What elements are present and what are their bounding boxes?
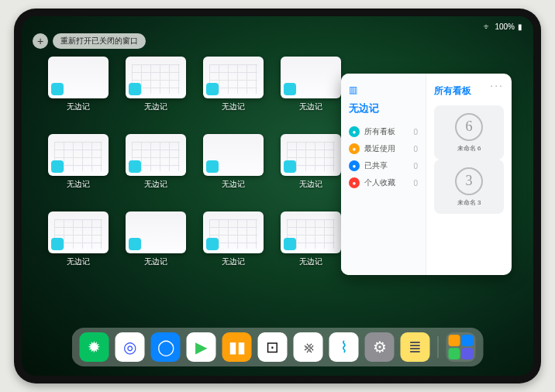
settings-icon[interactable]: ⚙ (365, 332, 395, 362)
sidebar-item-label: 已共享 (364, 160, 388, 171)
sidebar-item[interactable]: ●最近使用0 (349, 140, 418, 157)
window-thumbnail[interactable]: ~无边记 (126, 57, 186, 117)
window-label: 无边记 (222, 256, 245, 267)
board-card[interactable]: 3未命名 3 (434, 160, 504, 214)
window-label: 无边记 (144, 101, 167, 112)
board-label: 未命名 3 (457, 198, 481, 207)
sidebar-item-label: 个人收藏 (364, 177, 395, 188)
window-thumbnail[interactable]: ~无边记 (126, 134, 186, 194)
freeform-app-icon: ~ (53, 162, 62, 171)
dock-separator (438, 336, 439, 358)
board-preview: 3 (455, 167, 483, 195)
window-thumbnail[interactable]: ~无边记 (281, 57, 341, 117)
wechat-icon[interactable]: ✹ (80, 332, 109, 362)
window-preview: ~ (203, 211, 264, 253)
screen: ᯤ 100% ▮ + 重新打开已关闭的窗口 ~无边记~无边记~无边记~无边记~无… (22, 16, 533, 376)
window-label: 无边记 (67, 256, 90, 267)
reopen-label: 重新打开已关闭的窗口 (60, 36, 138, 46)
sidebar-item-count: 0 (413, 145, 418, 153)
freeform-app-icon: ~ (285, 162, 295, 171)
books-icon[interactable]: ▮▮ (222, 332, 252, 362)
sidebar-item-count: 0 (413, 179, 418, 187)
reopen-closed-window-button[interactable]: 重新打开已关闭的窗口 (53, 33, 146, 49)
window-label: 无边记 (299, 179, 322, 190)
window-grid: ~无边记~无边记~无边记~无边记~无边记~无边记~无边记~无边记~无边记~无边记… (48, 57, 335, 272)
notes-icon[interactable]: ≣ (401, 332, 430, 362)
wifi-icon: ᯤ (484, 22, 491, 31)
window-preview: ~ (48, 57, 109, 98)
freeform-app-icon: ~ (130, 239, 140, 249)
freeform-content: 所有看板 6未命名 63未命名 3 (426, 74, 512, 275)
freeform-app-icon: ~ (285, 84, 295, 94)
quark-icon[interactable]: ◎ (115, 332, 145, 362)
board-card[interactable]: 6未命名 6 (434, 105, 504, 160)
window-label: 无边记 (299, 256, 322, 267)
freeform-app-icon: ~ (130, 162, 140, 171)
sidebar-item-count: 0 (413, 162, 418, 170)
battery-label: 100% (495, 22, 515, 31)
freeform-app-icon: ~ (208, 84, 217, 94)
window-preview: ~ (48, 211, 109, 253)
heart-icon: ● (349, 177, 360, 188)
status-bar: ᯤ 100% ▮ (22, 19, 533, 33)
sidebar-item-label: 最近使用 (364, 143, 395, 154)
battery-icon: ▮ (518, 22, 522, 31)
top-controls: + 重新打开已关闭的窗口 (33, 33, 146, 49)
window-label: 无边记 (299, 101, 322, 112)
dock: ✹◎◯▶▮▮⊡⨳⌇⚙≣ (72, 328, 484, 366)
board-preview: 6 (455, 113, 483, 141)
window-label: 无边记 (67, 179, 90, 190)
status-indicators: ᯤ 100% ▮ (484, 22, 522, 31)
freeform-app-icon: ~ (130, 84, 140, 94)
sidebar-item-count: 0 (413, 128, 418, 136)
connect-icon[interactable]: ⨳ (294, 332, 323, 362)
plus-icon: + (37, 35, 43, 47)
window-preview: ~ (203, 57, 264, 98)
freeform-app-icon: ~ (53, 84, 62, 94)
sidebar-item[interactable]: ●已共享0 (349, 157, 418, 174)
window-thumbnail[interactable]: ~无边记 (203, 134, 264, 194)
window-preview: ~ (281, 134, 341, 176)
freeform-app-icon: ~ (208, 162, 217, 171)
window-thumbnail[interactable]: ~无边记 (203, 57, 264, 117)
clock-icon: ● (349, 143, 360, 154)
dock-recents-stack[interactable] (446, 332, 476, 362)
freeform-app-icon: ~ (285, 239, 295, 249)
window-label: 无边记 (222, 101, 245, 112)
window-menu-button[interactable]: ... (490, 77, 504, 89)
window-thumbnail[interactable]: ~无边记 (203, 211, 264, 272)
window-preview: ~ (48, 134, 109, 176)
board-label: 未命名 6 (457, 144, 481, 153)
freeform-icon[interactable]: ⌇ (329, 332, 359, 362)
window-preview: ~ (126, 211, 186, 253)
sidebar-title: 无边记 (349, 101, 418, 115)
window-label: 无边记 (144, 256, 167, 267)
sidebar-item[interactable]: ●所有看板0 (349, 123, 418, 140)
window-label: 无边记 (222, 179, 245, 190)
window-preview: ~ (281, 211, 341, 253)
sidebar-toggle-icon[interactable]: ▥ (349, 84, 357, 95)
dice-icon[interactable]: ⊡ (258, 332, 288, 362)
window-thumbnail[interactable]: ~无边记 (281, 134, 341, 194)
window-preview: ~ (203, 134, 264, 176)
play-icon[interactable]: ▶ (187, 332, 216, 362)
freeform-main-window[interactable]: ... ▥ 无边记 ●所有看板0●最近使用0●已共享0●个人收藏0 所有看板 6… (341, 74, 512, 275)
window-thumbnail[interactable]: ~无边记 (126, 211, 186, 272)
freeform-app-icon: ~ (53, 239, 62, 249)
window-label: 无边记 (144, 179, 167, 190)
window-label: 无边记 (67, 101, 90, 112)
window-preview: ~ (126, 57, 186, 98)
window-thumbnail[interactable]: ~无边记 (281, 211, 341, 272)
window-preview: ~ (126, 134, 186, 176)
people-icon: ● (349, 160, 360, 171)
browser-icon[interactable]: ◯ (151, 332, 181, 362)
sidebar-item-label: 所有看板 (364, 126, 395, 137)
window-thumbnail[interactable]: ~无边记 (48, 134, 109, 194)
stage-manager-area: ~无边记~无边记~无边记~无边记~无边记~无边记~无边记~无边记~无边记~无边记… (48, 57, 335, 272)
window-preview: ~ (281, 57, 341, 98)
ipad-device-frame: ᯤ 100% ▮ + 重新打开已关闭的窗口 ~无边记~无边记~无边记~无边记~无… (14, 9, 541, 383)
window-thumbnail[interactable]: ~无边记 (48, 57, 109, 117)
sidebar-item[interactable]: ●个人收藏0 (349, 174, 418, 191)
new-window-button[interactable]: + (33, 33, 48, 49)
window-thumbnail[interactable]: ~无边记 (48, 211, 109, 272)
